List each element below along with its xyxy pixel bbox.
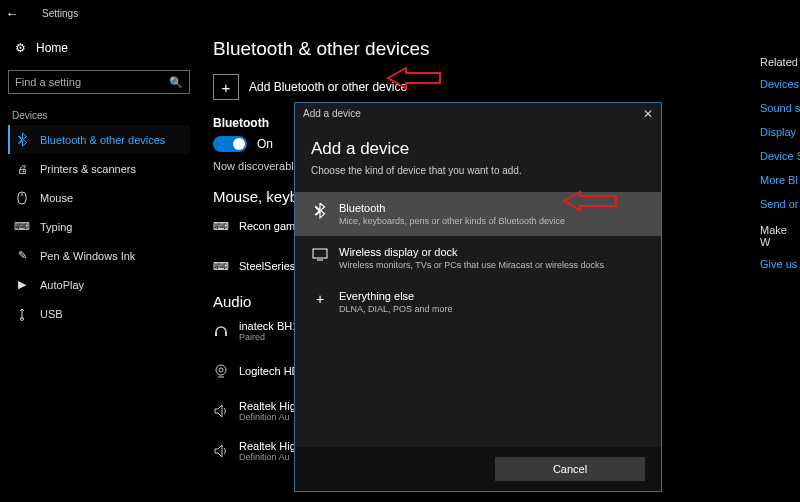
add-device-dialog: Add a device ✕ Add a device Choose the k…: [294, 102, 662, 492]
sidebar-item-typing[interactable]: ⌨ Typing: [8, 212, 190, 241]
related-link[interactable]: Display: [760, 126, 800, 138]
keyboard-icon: ⌨: [213, 260, 229, 273]
option-sub: Mice, keyboards, pens or other kinds of …: [339, 216, 565, 226]
svg-marker-9: [215, 405, 222, 417]
sidebar: ⚙ Home Find a setting 🔍 Devices Bluetoot…: [8, 34, 190, 328]
option-sub: Wireless monitors, TVs or PCs that use M…: [339, 260, 604, 270]
speaker-icon: [213, 443, 229, 459]
dialog-option-everything[interactable]: + Everything else DLNA, DIAL, POS and mo…: [295, 280, 661, 324]
plus-icon: +: [311, 291, 329, 307]
sidebar-item-pen[interactable]: ✎ Pen & Windows Ink: [8, 241, 190, 270]
option-sub: DLNA, DIAL, POS and more: [339, 304, 453, 314]
sidebar-home-label: Home: [36, 41, 68, 55]
sidebar-item-label: Bluetooth & other devices: [40, 134, 165, 146]
sidebar-item-bluetooth[interactable]: Bluetooth & other devices: [8, 125, 190, 154]
device-sub: Definition Au: [239, 412, 302, 422]
option-title: Everything else: [339, 290, 453, 302]
search-input[interactable]: Find a setting 🔍: [8, 70, 190, 94]
headset-icon: [213, 323, 229, 339]
dialog-footer: Cancel: [295, 447, 661, 491]
sidebar-item-label: Printers & scanners: [40, 163, 136, 175]
printer-icon: 🖨: [14, 163, 30, 175]
dialog-option-wireless[interactable]: Wireless display or dock Wireless monito…: [295, 236, 661, 280]
sidebar-item-mouse[interactable]: Mouse: [8, 183, 190, 212]
related-header2: Make W: [760, 224, 800, 248]
webcam-icon: [213, 363, 229, 379]
sidebar-item-label: Typing: [40, 221, 72, 233]
device-name: Realtek High: [239, 400, 302, 412]
mouse-icon: [14, 191, 30, 205]
sidebar-item-label: Pen & Windows Ink: [40, 250, 135, 262]
dialog-bar-title: Add a device: [303, 108, 361, 119]
bluetooth-toggle[interactable]: [213, 136, 247, 152]
dialog-heading: Add a device: [311, 139, 645, 159]
svg-point-7: [219, 368, 223, 372]
svg-rect-4: [215, 332, 217, 336]
add-device-label: Add Bluetooth or other device: [249, 80, 407, 94]
bluetooth-state: On: [257, 137, 273, 151]
option-title: Bluetooth: [339, 202, 565, 214]
pen-icon: ✎: [14, 249, 30, 262]
device-sub: Definition Au: [239, 452, 302, 462]
svg-rect-5: [225, 332, 227, 336]
speaker-icon: [213, 403, 229, 419]
cancel-label: Cancel: [553, 463, 587, 475]
add-device-row[interactable]: + Add Bluetooth or other device: [213, 74, 753, 100]
sidebar-section-label: Devices: [12, 110, 190, 121]
dialog-option-bluetooth[interactable]: Bluetooth Mice, keyboards, pens or other…: [295, 192, 661, 236]
close-icon[interactable]: ✕: [643, 107, 653, 121]
settings-window: ← Settings ⚙ Home Find a setting 🔍 Devic…: [0, 0, 800, 502]
related-link[interactable]: Sound s: [760, 102, 800, 114]
svg-point-6: [216, 365, 226, 375]
sidebar-item-label: AutoPlay: [40, 279, 84, 291]
monitor-icon: [311, 247, 329, 261]
device-name: Realtek High: [239, 440, 302, 452]
related-links: Related Devices Sound s Display Device S…: [760, 56, 800, 282]
sidebar-item-label: Mouse: [40, 192, 73, 204]
back-icon[interactable]: ←: [0, 6, 24, 21]
related-header: Related: [760, 56, 800, 68]
plus-icon: +: [213, 74, 239, 100]
svg-rect-12: [313, 249, 327, 258]
cancel-button[interactable]: Cancel: [495, 457, 645, 481]
sidebar-item-printers[interactable]: 🖨 Printers & scanners: [8, 154, 190, 183]
search-icon: 🔍: [169, 76, 183, 89]
bluetooth-icon: [14, 133, 30, 147]
keyboard-icon: ⌨: [14, 220, 30, 233]
window-topbar: ← Settings: [0, 4, 78, 22]
sidebar-home[interactable]: ⚙ Home: [8, 34, 190, 62]
usb-icon: [14, 307, 30, 321]
window-title: Settings: [42, 8, 78, 19]
bluetooth-icon: [311, 203, 329, 219]
related-link[interactable]: Send or: [760, 198, 800, 210]
svg-marker-10: [215, 445, 222, 457]
autoplay-icon: ▶: [14, 278, 30, 291]
sidebar-item-usb[interactable]: USB: [8, 299, 190, 328]
keyboard-icon: ⌨: [213, 220, 229, 233]
device-name: Logitech HD: [239, 365, 300, 377]
sidebar-item-autoplay[interactable]: ▶ AutoPlay: [8, 270, 190, 299]
page-title: Bluetooth & other devices: [213, 38, 753, 60]
related-link[interactable]: Give us: [760, 258, 800, 270]
related-link[interactable]: Device S: [760, 150, 800, 162]
dialog-desc: Choose the kind of device that you want …: [311, 165, 645, 176]
option-title: Wireless display or dock: [339, 246, 604, 258]
dialog-titlebar: Add a device ✕: [295, 103, 661, 125]
gear-icon: ⚙: [12, 41, 28, 55]
sidebar-item-label: USB: [40, 308, 63, 320]
related-link[interactable]: More Bl: [760, 174, 800, 186]
related-link[interactable]: Devices: [760, 78, 800, 90]
search-placeholder: Find a setting: [15, 76, 81, 88]
